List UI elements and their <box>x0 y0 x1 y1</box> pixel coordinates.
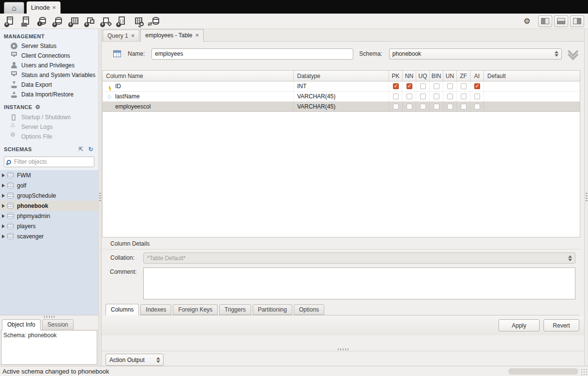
checkbox-un[interactable] <box>447 104 453 110</box>
create-function-icon[interactable] <box>116 15 128 28</box>
schema-inspector-icon[interactable] <box>36 15 48 28</box>
column-row-lastname[interactable]: ◇ lastName VARCHAR(45) <box>103 92 580 102</box>
expander-icon[interactable] <box>2 235 5 238</box>
schema-select[interactable]: phonebook <box>389 48 562 60</box>
checkbox-un[interactable] <box>447 83 453 89</box>
checkbox-bin[interactable] <box>434 104 439 110</box>
column-row-employeescol[interactable]: employeescol VARCHAR(45) <box>103 102 580 112</box>
expand-panel-icon[interactable]: ⇱ <box>78 146 83 153</box>
col-header-bin[interactable]: BIN <box>430 71 443 81</box>
close-icon[interactable]: × <box>131 33 135 39</box>
toggle-bottom-panel-button[interactable] <box>554 16 568 27</box>
search-table-data-icon[interactable] <box>132 15 144 28</box>
column-row-id[interactable]: ID INT <box>103 81 580 92</box>
create-schema-icon[interactable] <box>52 15 64 28</box>
subtab-columns[interactable]: Columns <box>106 304 139 315</box>
col-header-nn[interactable]: NN <box>403 71 416 81</box>
sidebar-item-data-import[interactable]: Data Import/Restore <box>0 90 98 99</box>
notifications-icon[interactable]: ⚙ <box>524 16 530 26</box>
col-header-zf[interactable]: ZF <box>457 71 470 81</box>
col-header-pk[interactable]: PK <box>389 71 403 81</box>
schema-item-fwm[interactable]: FWM <box>0 170 98 180</box>
default-cell[interactable] <box>484 102 580 111</box>
col-header-column-name[interactable]: Column Name <box>103 71 294 81</box>
sidebar-item-server-status[interactable]: Server Status <box>0 41 98 51</box>
schema-item-scavenger[interactable]: scavenger <box>0 231 98 241</box>
schema-item-phonebook[interactable]: phonebook <box>0 201 98 211</box>
checkbox-ai[interactable] <box>474 94 480 99</box>
expander-icon[interactable] <box>2 173 5 177</box>
sidebar-main-splitter[interactable] <box>98 29 102 366</box>
expander-icon[interactable] <box>2 194 5 198</box>
table-name-input[interactable] <box>151 48 353 60</box>
expander-icon[interactable] <box>2 224 5 228</box>
default-cell[interactable] <box>484 92 580 101</box>
checkbox-bin[interactable] <box>434 94 439 99</box>
subtab-foreign-keys[interactable]: Foreign Keys <box>173 304 218 315</box>
sidebar-item-users-privileges[interactable]: Users and Privileges <box>0 61 98 70</box>
open-sql-script-icon[interactable] <box>20 15 32 28</box>
create-stored-procedure-icon[interactable] <box>100 15 112 28</box>
schema-item-players[interactable]: players <box>0 221 98 231</box>
checkbox-pk[interactable] <box>393 83 399 89</box>
col-header-ai[interactable]: AI <box>470 71 484 81</box>
schema-item-groupschedule[interactable]: groupSchedule <box>0 190 98 201</box>
subtab-indexes[interactable]: Indexes <box>140 304 171 315</box>
checkbox-zf[interactable] <box>461 104 467 110</box>
col-header-datatype[interactable]: Datatype <box>294 71 389 81</box>
checkbox-uq[interactable] <box>420 83 426 89</box>
schema-item-golf[interactable]: golf <box>0 180 98 190</box>
checkbox-zf[interactable] <box>461 94 467 99</box>
toggle-left-panel-button[interactable] <box>538 16 552 27</box>
sidebar-item-startup-shutdown[interactable]: Startup / Shutdown <box>0 112 98 122</box>
checkbox-bin[interactable] <box>434 83 439 89</box>
col-header-uq[interactable]: UQ <box>416 71 430 81</box>
checkbox-uq[interactable] <box>420 104 426 110</box>
default-cell[interactable] <box>484 81 580 91</box>
checkbox-zf[interactable] <box>461 83 467 89</box>
checkbox-uq[interactable] <box>420 94 426 99</box>
tab-object-info[interactable]: Object Info <box>2 319 41 330</box>
checkbox-ai[interactable] <box>474 104 480 110</box>
sidebar-item-options-file[interactable]: ⚙ Options File <box>0 132 98 141</box>
sidebar-item-data-export[interactable]: Data Export <box>0 80 98 90</box>
col-header-un[interactable]: UN <box>443 71 457 81</box>
collation-select[interactable]: *Table Default* <box>143 252 575 264</box>
col-header-default[interactable]: Default <box>484 71 580 81</box>
checkbox-ai[interactable] <box>474 83 480 89</box>
refresh-schemas-icon[interactable]: ↻ <box>89 146 93 153</box>
expand-editor-chevron-icon[interactable] <box>568 49 578 59</box>
subtab-options[interactable]: Options <box>294 304 324 315</box>
connection-tab-linode[interactable]: Linode × <box>27 1 60 14</box>
schema-item-phpmyadmin[interactable]: phpmyadmin <box>0 211 98 221</box>
new-query-tab-icon[interactable] <box>4 15 16 28</box>
resize-grip[interactable] <box>581 369 588 376</box>
schema-filter-input[interactable] <box>14 158 91 165</box>
sidebar-item-status-system-variables[interactable]: Status and System Variables <box>0 70 98 80</box>
output-type-select[interactable]: Action Output <box>106 354 164 366</box>
subtab-partitioning[interactable]: Partitioning <box>253 304 292 315</box>
close-icon[interactable]: × <box>52 5 56 11</box>
tab-query-1[interactable]: Query 1 × <box>103 30 139 41</box>
create-view-icon[interactable] <box>84 15 96 28</box>
sidebar-item-server-logs[interactable]: ⚠ Server Logs <box>0 122 98 132</box>
horizontal-scrollbar-thumb[interactable] <box>508 368 578 375</box>
checkbox-nn[interactable] <box>407 83 412 89</box>
checkbox-nn[interactable] <box>407 94 412 99</box>
revert-button[interactable]: Revert <box>543 319 579 331</box>
tab-employees-table[interactable]: employees - Table × <box>140 29 204 42</box>
checkbox-pk[interactable] <box>393 94 399 99</box>
reconnect-dbms-icon[interactable]: ⇄ <box>148 15 160 28</box>
expander-icon[interactable] <box>2 184 5 188</box>
sidebar-item-client-connections[interactable]: Client Connections <box>0 51 98 61</box>
comment-textarea[interactable] <box>143 267 575 299</box>
checkbox-un[interactable] <box>447 94 453 99</box>
toggle-right-panel-button[interactable] <box>570 16 584 27</box>
right-panel-splitter[interactable] <box>584 29 588 366</box>
checkbox-nn[interactable] <box>407 104 412 110</box>
close-icon[interactable]: × <box>195 32 199 38</box>
checkbox-pk[interactable] <box>393 104 399 110</box>
expander-icon[interactable] <box>2 214 5 218</box>
home-tab[interactable]: ⌂ <box>4 2 24 14</box>
subtab-triggers[interactable]: Triggers <box>219 304 251 315</box>
